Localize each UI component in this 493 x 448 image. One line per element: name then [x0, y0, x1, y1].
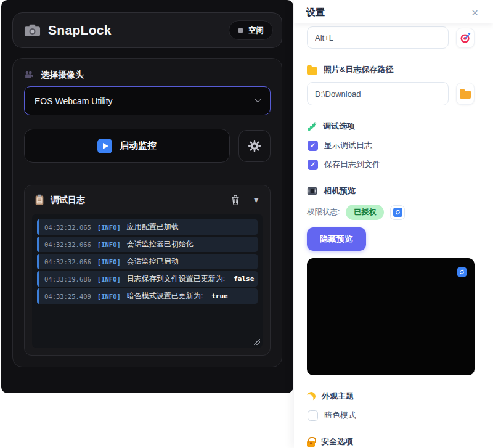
status-dot-icon	[238, 28, 243, 33]
folder-icon	[307, 67, 317, 75]
debug-section-label: 调试选项	[307, 121, 475, 132]
app-header: SnapLock 空闲	[12, 12, 282, 48]
refresh-icon	[393, 208, 402, 217]
log-entry: 04:33:25.409 [INFO] 暗色模式设置已更新为: true	[37, 288, 258, 304]
dark-mode-option: 暗色模式	[308, 410, 475, 421]
theme-section-label: 外观主题	[307, 391, 475, 402]
refresh-permission-button[interactable]	[390, 205, 405, 220]
permission-status-label: 权限状态:	[307, 207, 340, 218]
dark-mode-checkbox[interactable]	[308, 410, 318, 421]
log-entry: 04:32:32.066 [INFO] 会话监控器已初始化	[37, 237, 258, 252]
camera-select[interactable]: EOS Webcam Utility	[24, 86, 271, 115]
hide-preview-button[interactable]: 隐藏预览	[307, 227, 366, 251]
moon-icon	[306, 391, 316, 401]
video-camera-icon	[24, 70, 35, 81]
folder-icon	[460, 91, 471, 99]
save-log-to-file-checkbox[interactable]: ✓	[308, 160, 318, 170]
save-path-input[interactable]	[307, 82, 449, 105]
target-icon	[460, 32, 471, 44]
app-title: SnapLock	[48, 23, 112, 38]
preview-section-label: 相机预览	[307, 185, 475, 197]
start-monitoring-button[interactable]: 启动监控	[24, 129, 230, 163]
resize-handle[interactable]	[254, 339, 260, 345]
shortcut-input[interactable]	[307, 26, 449, 49]
chevron-down-icon	[255, 97, 261, 103]
film-icon	[307, 187, 317, 195]
debug-log-title: 调试日志	[51, 195, 85, 206]
capture-shortcut-button[interactable]	[456, 28, 475, 48]
clipboard-icon	[35, 194, 44, 206]
camera-preview-area	[307, 258, 475, 375]
show-debug-log-option: ✓ 显示调试日志	[308, 140, 475, 151]
permission-status-badge: 已授权	[346, 205, 384, 220]
settings-panel: 设置 × 照片&日志保存路径	[294, 0, 493, 448]
log-output-area[interactable]: 04:32:32.065 [INFO] 应用配置已加载 04:32:32.066…	[32, 214, 263, 348]
security-section-label: 安全选项	[307, 436, 475, 447]
main-card: 选择摄像头 EOS Webcam Utility 启动监控	[12, 58, 282, 367]
save-log-to-file-option: ✓ 保存日志到文件	[308, 159, 475, 170]
camera-section-label: 选择摄像头	[24, 70, 271, 81]
settings-title: 设置	[306, 7, 325, 18]
close-icon[interactable]: ×	[471, 7, 478, 18]
log-entry: 04:33:19.686 [INFO] 日志保存到文件设置已更新为: false	[37, 271, 258, 287]
path-section-label: 照片&日志保存路径	[307, 64, 475, 75]
snaplock-app-window: SnapLock 空闲 选择摄像头 EOS Webcam Utilit	[1, 0, 293, 393]
play-icon	[97, 139, 112, 153]
debug-log-panel: 调试日志 ▼ 04:32:32.065	[24, 185, 271, 356]
log-entry: 04:32:32.065 [INFO] 应用配置已加载	[37, 219, 258, 235]
settings-gear-button[interactable]	[238, 130, 271, 162]
gear-icon	[248, 139, 261, 153]
status-badge: 空闲	[229, 20, 273, 40]
browse-folder-button[interactable]	[456, 83, 475, 105]
switch-camera-button[interactable]	[457, 267, 467, 277]
show-debug-log-checkbox[interactable]: ✓	[308, 141, 318, 151]
camera-select-value: EOS Webcam Utility	[35, 96, 113, 106]
settings-header: 设置 ×	[294, 0, 493, 23]
camera-icon	[24, 23, 41, 37]
bug-icon	[307, 121, 317, 131]
lock-icon	[307, 441, 315, 447]
collapse-caret-icon[interactable]: ▼	[252, 195, 260, 205]
log-entry: 04:32:32.066 [INFO] 会话监控已启动	[37, 254, 258, 269]
trash-icon[interactable]	[230, 194, 241, 206]
